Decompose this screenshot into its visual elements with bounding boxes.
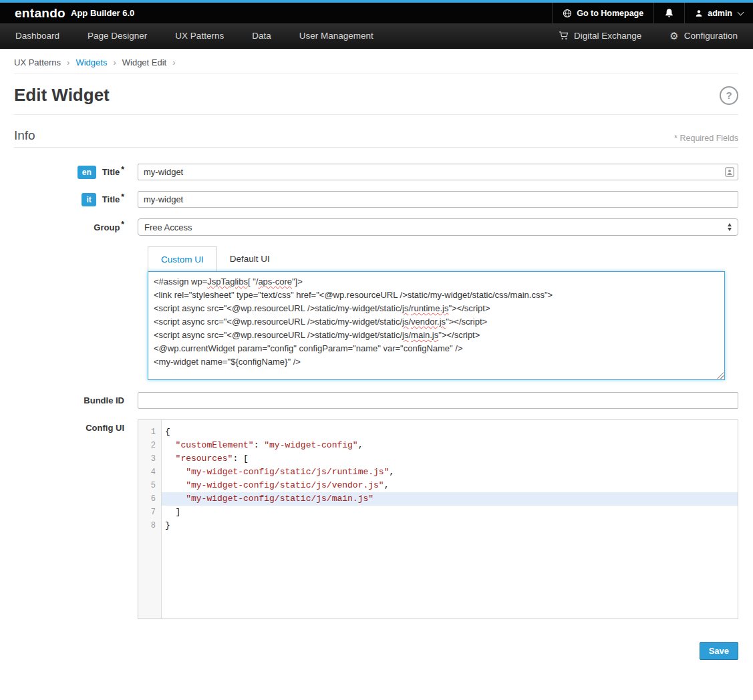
go-to-homepage-label: Go to Homepage — [577, 9, 643, 18]
user-menu[interactable]: admin — [684, 3, 753, 23]
contact-autofill-icon[interactable] — [725, 167, 734, 177]
config-ui-gutter: 12345678 — [138, 420, 162, 619]
caret-down-icon — [738, 9, 744, 15]
gear-icon: ⚙ — [669, 31, 678, 41]
config-ui-code-line: { — [162, 425, 738, 439]
primary-nav: Dashboard Page Designer UX Patterns Data… — [0, 23, 753, 49]
breadcrumb-separator-icon: › — [113, 57, 116, 67]
lang-badge-en: en — [78, 166, 96, 179]
line-number: 2 — [138, 439, 161, 452]
nav-item-dashboard[interactable]: Dashboard — [1, 23, 73, 48]
widget-form: en Title * it Title * — [14, 164, 738, 660]
form-row-bundle-id: Bundle ID — [14, 392, 738, 409]
form-row-config-ui: Config UI 12345678 { "customElement": "m… — [14, 419, 738, 619]
custom-ui-code-line: <script async src="<@wp.resourceURL />st… — [154, 315, 719, 329]
config-ui-label: Config UI — [86, 423, 124, 433]
line-number: 6 — [138, 492, 161, 506]
line-number: 1 — [138, 425, 161, 439]
required-asterisk: * — [121, 165, 124, 174]
main-content: UX Patterns › Widgets › Widget Edit › Ed… — [0, 49, 753, 660]
config-ui-code-line: "my-widget-config/static/js/vendor.js", — [162, 479, 738, 492]
top-bar: entando App Builder 6.0 Go to Homepage a… — [0, 3, 753, 23]
configuration-label: Configuration — [684, 31, 738, 41]
breadcrumb-separator-icon: › — [67, 57, 69, 67]
config-ui-code-line: ] — [162, 506, 738, 519]
form-row-custom-ui: Custom UI Default UI <#assign wp=JspTagl… — [14, 246, 738, 380]
config-ui-active-line: "my-widget-config/static/js/main.js" — [162, 492, 738, 506]
line-number: 7 — [138, 506, 161, 519]
required-fields-note: * Required Fields — [674, 134, 738, 143]
lang-badge-it: it — [82, 193, 96, 206]
username: admin — [708, 9, 732, 18]
config-ui-code-line: "resources": [ — [162, 452, 738, 466]
breadcrumb-ux-patterns[interactable]: UX Patterns — [14, 57, 61, 67]
title-en-label: Title — [102, 167, 120, 177]
breadcrumb-widgets[interactable]: Widgets — [76, 57, 107, 67]
brand[interactable]: entando App Builder 6.0 — [0, 3, 134, 23]
go-to-homepage-button[interactable]: Go to Homepage — [552, 3, 653, 23]
custom-ui-code-line: <script async src="<@wp.resourceURL />st… — [154, 302, 719, 315]
line-number: 8 — [138, 519, 161, 532]
select-arrows-icon — [728, 223, 732, 231]
config-ui-code: { "customElement": "my-widget-config", "… — [162, 420, 738, 619]
group-select[interactable]: Free Access — [138, 218, 738, 236]
required-asterisk: * — [121, 220, 124, 229]
required-asterisk: * — [121, 192, 124, 202]
notifications-button[interactable] — [653, 3, 684, 23]
breadcrumb-widget-edit: Widget Edit — [122, 57, 166, 67]
breadcrumb: UX Patterns › Widgets › Widget Edit › — [14, 49, 738, 74]
tab-custom-ui[interactable]: Custom UI — [148, 246, 217, 271]
title-en-input[interactable] — [138, 164, 738, 180]
nav-item-user-management[interactable]: User Management — [285, 23, 388, 48]
custom-ui-code[interactable]: <#assign wp=JspTaglibs[ "/aps-core"]><li… — [148, 271, 725, 380]
config-ui-code-line: } — [162, 519, 738, 532]
resize-handle-icon[interactable] — [717, 372, 724, 379]
form-row-title-it: it Title * — [14, 191, 738, 208]
config-ui-editor[interactable]: 12345678 { "customElement": "my-widget-c… — [138, 419, 738, 619]
form-row-title-en: en Title * — [14, 164, 738, 180]
bell-icon — [664, 8, 674, 18]
help-button[interactable]: ? — [720, 86, 738, 105]
save-button[interactable]: Save — [700, 642, 738, 660]
line-number: 4 — [138, 466, 161, 479]
title-it-label: Title — [102, 194, 120, 204]
custom-ui-code-line: <@wp.currentWidget param="config" config… — [154, 342, 719, 355]
config-ui-code-line: "my-widget-config/static/js/runtime.js", — [162, 466, 738, 479]
line-number: 3 — [138, 452, 161, 466]
product-name: App Builder 6.0 — [71, 8, 134, 18]
section-heading-info: Info — [14, 128, 35, 143]
nav-item-page-designer[interactable]: Page Designer — [73, 23, 161, 48]
custom-ui-code-line: <#assign wp=JspTaglibs[ "/aps-core"]> — [154, 275, 719, 289]
question-mark-icon: ? — [726, 90, 732, 101]
cart-icon — [559, 31, 569, 41]
bundle-id-input[interactable] — [138, 392, 738, 409]
title-it-input[interactable] — [138, 191, 738, 208]
nav-item-digital-exchange[interactable]: Digital Exchange — [545, 23, 655, 48]
group-label: Group — [94, 222, 120, 232]
custom-ui-code-line: <script async src="<@wp.resourceURL />st… — [154, 329, 719, 342]
group-select-value: Free Access — [144, 222, 192, 232]
line-number: 5 — [138, 479, 161, 492]
nav-item-data[interactable]: Data — [238, 23, 285, 48]
bundle-id-label: Bundle ID — [84, 395, 124, 405]
custom-ui-code-line: <link rel="stylesheet" type="text/css" h… — [154, 289, 719, 302]
breadcrumb-separator-icon: › — [172, 57, 175, 67]
digital-exchange-label: Digital Exchange — [574, 31, 641, 41]
brand-logo: entando — [15, 6, 65, 21]
tab-default-ui[interactable]: Default UI — [217, 246, 283, 271]
nav-item-ux-patterns[interactable]: UX Patterns — [161, 23, 238, 48]
page-title: Edit Widget — [14, 85, 110, 106]
globe-icon — [563, 9, 572, 18]
config-ui-code-line: "customElement": "my-widget-config", — [162, 439, 738, 452]
custom-ui-code-line: <my-widget name="${configName}" /> — [154, 355, 719, 369]
nav-item-configuration[interactable]: ⚙ Configuration — [655, 23, 752, 48]
user-icon — [695, 9, 703, 17]
ui-tabs: Custom UI Default UI — [148, 246, 725, 271]
form-row-group: Group * Free Access — [14, 218, 738, 236]
